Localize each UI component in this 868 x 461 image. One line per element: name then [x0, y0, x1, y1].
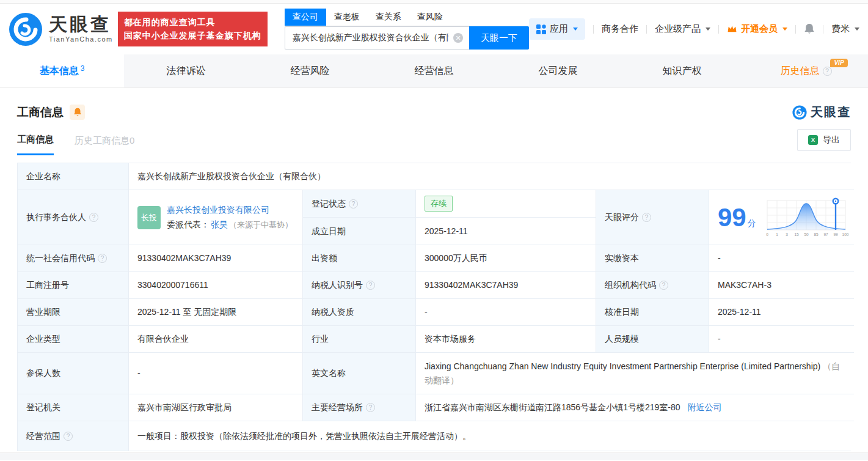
help-icon[interactable]: ?: [366, 281, 375, 290]
search-tab-company[interactable]: 查公司: [285, 9, 326, 26]
rep-name-link[interactable]: 张昊: [211, 218, 228, 231]
tab-operation-risk-label: 经营风险: [291, 65, 330, 78]
nav-cooperation[interactable]: 商务合作: [602, 23, 638, 35]
help-icon[interactable]: ?: [659, 281, 668, 290]
search-button[interactable]: 天眼一下: [469, 26, 529, 50]
watermark-logo: 天眼查: [792, 104, 851, 120]
value-taxpayer-id: 91330402MAK3C7AH39: [416, 272, 596, 299]
search-box: ✕: [285, 26, 469, 50]
label-taxpayer-id: 纳税人识别号 ?: [303, 272, 416, 299]
value-reg-status: 存续: [416, 190, 596, 218]
brand-slogan: 都在用的商业查询工具 国家中小企业发展子基金旗下机构: [118, 12, 268, 46]
search-input[interactable]: [285, 26, 469, 50]
tab-operation-risk[interactable]: 经营风险: [248, 54, 372, 87]
partner-avatar[interactable]: 长投: [137, 206, 161, 229]
tab-legal-litigation-label: 法律诉讼: [167, 65, 206, 78]
help-icon[interactable]: ?: [89, 213, 98, 222]
tab-basic-info-label: 基本信息: [40, 65, 79, 78]
label-capital: 出资额: [303, 245, 416, 272]
nav-open-vip[interactable]: 开通会员: [727, 23, 787, 35]
bell-icon: [73, 108, 82, 117]
svg-text:15: 15: [794, 232, 799, 237]
value-insured-count: -: [129, 353, 303, 394]
tab-history-info[interactable]: VIP 历史信息 ?: [744, 54, 868, 87]
nav-divider: [823, 25, 823, 34]
page-bottom-strip: [0, 452, 868, 460]
help-icon[interactable]: ?: [366, 403, 375, 412]
tab-operation-info[interactable]: 经营信息: [372, 54, 496, 87]
logo-domain-text: TianYanCha.com: [49, 36, 113, 43]
apps-grid-icon: [536, 24, 546, 34]
score-number: 99分: [718, 205, 756, 230]
label-company-type: 企业类型: [18, 326, 129, 353]
value-approval-date: 2025-12-11: [709, 299, 854, 326]
slogan-line-2: 国家中小企业发展子基金旗下机构: [124, 29, 261, 43]
tianyancha-logo[interactable]: 天眼查 TianYanCha.com: [9, 12, 113, 46]
svg-text:85: 85: [814, 232, 819, 237]
subtab-business-info[interactable]: 工商信息: [17, 134, 54, 155]
tianyancha-logo-icon: [9, 12, 43, 46]
tab-company-development[interactable]: 公司发展: [496, 54, 620, 87]
rep-source: （来源于中基协）: [229, 219, 293, 231]
value-reg-number: 330402000716611: [129, 272, 303, 299]
tab-legal-litigation[interactable]: 法律诉讼: [124, 54, 248, 87]
subscribe-bell-button[interactable]: [70, 105, 85, 120]
help-icon[interactable]: ?: [823, 67, 832, 76]
svg-text:97: 97: [823, 232, 828, 237]
search-tab-boss[interactable]: 查老板: [326, 9, 368, 26]
nav-divider: [718, 25, 719, 34]
value-tianyan-score: 99分: [709, 190, 854, 245]
tab-operation-info-label: 经营信息: [415, 65, 454, 78]
vip-badge: VIP: [830, 59, 847, 67]
search-tab-risk[interactable]: 查风险: [409, 9, 451, 26]
help-icon[interactable]: ?: [349, 199, 358, 208]
nav-apps[interactable]: 应用: [529, 18, 585, 40]
notification-bell-icon[interactable]: [804, 23, 815, 35]
tab-intellectual-property[interactable]: 知识产权: [620, 54, 744, 87]
export-label: 导出: [823, 135, 840, 146]
nearby-companies-link[interactable]: 附近公司: [688, 401, 722, 414]
tianyancha-watermark-icon: [792, 105, 807, 120]
value-reg-authority: 嘉兴市南湖区行政审批局: [129, 394, 303, 421]
label-establish-date: 成立日期: [303, 218, 416, 245]
label-business-address: 主要经营场所 ?: [303, 394, 416, 421]
nav-enterprise-label: 企业级产品: [655, 23, 701, 35]
company-section-tabbar: 基本信息 3 法律诉讼 经营风险 经营信息 公司发展 知识产权 VIP 历史信息…: [0, 54, 868, 88]
nav-divider: [795, 25, 796, 34]
tab-intellectual-property-label: 知识产权: [663, 65, 702, 78]
business-info-table: 企业名称 嘉兴长创战新产业股权投资合伙企业（有限合伙） 执行事务合伙人 ? 长投…: [17, 163, 851, 451]
main-content: 工商信息 天眼查 工商信息 历史工商信息0 X 导出 企业名称: [0, 104, 868, 451]
nav-user[interactable]: 费米: [831, 23, 859, 35]
chevron-down-icon: [782, 28, 787, 31]
label-credit-code: 统一社会信用代码 ?: [18, 245, 129, 272]
help-icon[interactable]: ?: [64, 432, 73, 441]
value-taxpayer-quality: -: [416, 299, 596, 326]
value-company-type: 有限合伙企业: [129, 326, 303, 353]
label-staff-size: 人员规模: [596, 326, 709, 353]
value-credit-code: 91330402MAK3C7AH39: [129, 245, 303, 272]
tab-basic-info[interactable]: 基本信息 3: [0, 54, 124, 87]
nav-divider: [646, 25, 647, 34]
chevron-down-icon: [855, 28, 859, 31]
subtab-bar: 工商信息 历史工商信息0 X 导出: [17, 134, 851, 155]
clear-search-icon[interactable]: ✕: [453, 33, 463, 43]
label-reg-authority: 登记机关: [18, 394, 129, 421]
section-title: 工商信息: [17, 105, 64, 120]
subtab-history-business-info[interactable]: 历史工商信息0: [75, 135, 134, 155]
label-business-scope: 经营范围 ?: [18, 421, 129, 451]
value-staff-size: -: [709, 326, 854, 353]
rep-label: 委派代表：: [167, 218, 210, 231]
help-icon[interactable]: ?: [98, 254, 107, 263]
value-business-term: 2025-12-11 至 无固定期限: [129, 299, 303, 326]
nav-enterprise-products[interactable]: 企业级产品: [655, 23, 710, 35]
search-tab-relation[interactable]: 查关系: [368, 9, 409, 26]
help-icon[interactable]: ?: [642, 213, 651, 222]
label-tianyan-score: 天眼评分 ?: [596, 190, 709, 245]
score-distribution-chart: 0 1 3 15 50 85 97 99 100: [765, 196, 849, 240]
label-industry: 行业: [303, 326, 416, 353]
export-button[interactable]: X 导出: [797, 129, 851, 151]
partner-company-link[interactable]: 嘉兴长投创业投资有限公司: [167, 204, 293, 216]
svg-text:100: 100: [842, 232, 848, 237]
label-reg-status: 登记状态 ?: [303, 190, 416, 218]
label-approval-date: 核准日期: [596, 299, 709, 326]
